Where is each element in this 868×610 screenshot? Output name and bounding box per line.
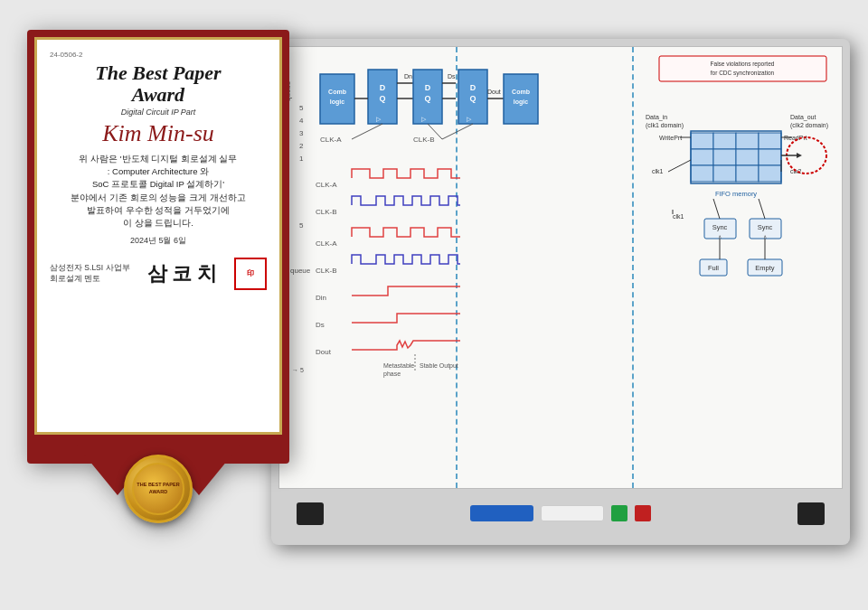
svg-rect-66: [759, 149, 781, 165]
svg-rect-65: [736, 149, 759, 165]
certificate: 24-0506-2 The Best PaperAward Digital Ci…: [27, 30, 289, 500]
cert-body: 위 사람은 '반도체 디지털 회로설계 실무 : Computer Archit…: [71, 153, 245, 230]
svg-text:logic: logic: [514, 99, 528, 106]
svg-line-34: [352, 124, 382, 139]
medal-text: THE BEST PAPER AWARD: [134, 480, 183, 496]
svg-line-96: [759, 199, 765, 219]
svg-text:D: D: [470, 83, 476, 92]
svg-rect-68: [713, 165, 736, 182]
svg-line-78: [668, 160, 691, 172]
medal: THE BEST PAPER AWARD: [124, 455, 193, 523]
svg-text:clk2: clk2: [790, 168, 802, 174]
cert-part: Digital Circuit IP Part: [121, 108, 196, 117]
svg-text:CLK-A: CLK-A: [320, 136, 342, 144]
whiteboard-surface: queue 5 4 3 2 1 Comb logic D Q ▷ Dn: [278, 46, 843, 489]
svg-text:Ds: Ds: [448, 73, 456, 80]
svg-text:5: 5: [299, 104, 304, 112]
svg-text:Data_in: Data_in: [646, 114, 667, 121]
marker-green[interactable]: [611, 505, 627, 521]
svg-rect-69: [736, 165, 759, 182]
svg-text:CLK-A: CLK-A: [316, 181, 337, 189]
certificate-inner: 24-0506-2 The Best PaperAward Digital Ci…: [34, 37, 282, 435]
svg-marker-99: [797, 153, 802, 158]
cert-footer: 삼성전자 S.LSI 사업부 회로설계 멘토 삼 코 치 印: [50, 258, 267, 290]
svg-text:CLK-B: CLK-B: [316, 267, 337, 275]
svg-text:Metastable: Metastable: [383, 362, 414, 369]
svg-text:5: 5: [299, 221, 304, 230]
cert-id: 24-0506-2: [50, 51, 82, 59]
svg-rect-63: [691, 149, 713, 165]
svg-text:→ 5: → 5: [292, 367, 304, 373]
svg-text:4: 4: [299, 117, 304, 125]
svg-text:3: 3: [299, 129, 304, 137]
svg-text:CLK-B: CLK-B: [316, 208, 337, 216]
certificate-outer: 24-0506-2 The Best PaperAward Digital Ci…: [27, 30, 289, 464]
svg-text:clk1: clk1: [652, 168, 664, 174]
cert-title: The Best PaperAward: [95, 62, 221, 106]
svg-text:CLK-B: CLK-B: [413, 136, 435, 144]
svg-text:queue: queue: [290, 267, 311, 275]
svg-text:Dout: Dout: [487, 89, 501, 95]
svg-text:Q: Q: [469, 94, 476, 103]
whiteboard: queue 5 4 3 2 1 Comb logic D Q ▷ Dn: [271, 39, 850, 545]
svg-text:D: D: [380, 83, 386, 92]
svg-rect-62: [759, 133, 781, 149]
scene: 24-0506-2 The Best PaperAward Digital Ci…: [9, 12, 859, 599]
svg-text:Sync: Sync: [758, 223, 773, 231]
svg-text:Comb: Comb: [512, 89, 530, 95]
svg-text:Full: Full: [708, 264, 719, 272]
wb-foot-left: [297, 502, 324, 525]
svg-rect-64: [713, 149, 736, 165]
svg-text:False violations reported: False violations reported: [711, 61, 775, 68]
svg-text:Dn: Dn: [404, 73, 412, 80]
cert-signature: 삼 코 치: [147, 260, 217, 287]
svg-rect-59: [691, 133, 713, 149]
wb-feet-right: [797, 502, 825, 525]
svg-text:(clk2 domain): (clk2 domain): [790, 122, 828, 129]
svg-text:Data_out: Data_out: [790, 114, 816, 121]
svg-text:WritePrt: WritePrt: [659, 135, 682, 141]
fifo-svg: False violations reported for CDC synchr…: [641, 52, 843, 449]
svg-text:Comb: Comb: [328, 89, 346, 95]
circuit-svg: queue 5 4 3 2 1 Comb logic D Q ▷ Dn: [279, 47, 646, 489]
marker-blue[interactable]: [470, 505, 533, 521]
marker-tray: [470, 505, 651, 521]
svg-text:clk1: clk1: [673, 213, 684, 220]
svg-line-95: [713, 199, 720, 219]
svg-text:logic: logic: [330, 99, 344, 106]
svg-text:Q: Q: [379, 94, 385, 103]
svg-text:Sync: Sync: [712, 223, 728, 231]
svg-text:1: 1: [299, 155, 304, 163]
medal-inner: THE BEST PAPER AWARD: [132, 463, 184, 515]
svg-line-37: [442, 124, 473, 139]
svg-text:CLK-A: CLK-A: [316, 239, 337, 248]
wb-feet-left: [297, 502, 324, 525]
svg-rect-60: [713, 133, 736, 149]
svg-text:2: 2: [299, 142, 304, 150]
cert-name: Kim Min-su: [102, 120, 214, 147]
svg-text:phase: phase: [383, 371, 401, 378]
cert-date: 2024년 5월 6일: [130, 235, 186, 247]
whiteboard-tray: [278, 489, 843, 539]
svg-text:(clk1 domain): (clk1 domain): [646, 122, 684, 129]
wb-foot-right: [797, 502, 825, 525]
marker-red[interactable]: [635, 505, 651, 521]
cert-stamp: 印: [234, 258, 267, 290]
svg-rect-67: [691, 165, 713, 182]
svg-text:D: D: [425, 83, 431, 92]
cert-org: 삼성전자 S.LSI 사업부 회로설계 멘토: [50, 263, 130, 285]
ribbon-area: THE BEST PAPER AWARD: [27, 446, 289, 536]
svg-text:Din: Din: [316, 294, 326, 302]
svg-rect-70: [759, 165, 781, 182]
svg-rect-61: [736, 133, 759, 149]
eraser-white[interactable]: [541, 505, 604, 521]
svg-text:Ds: Ds: [316, 321, 325, 329]
svg-text:Q: Q: [424, 94, 430, 103]
svg-text:FIFO memory: FIFO memory: [715, 190, 757, 198]
svg-text:Dout: Dout: [316, 348, 332, 356]
svg-text:for CDC synchronization: for CDC synchronization: [711, 70, 775, 77]
svg-text:Stable Output: Stable Output: [420, 362, 458, 370]
svg-text:Empty: Empty: [755, 264, 775, 272]
